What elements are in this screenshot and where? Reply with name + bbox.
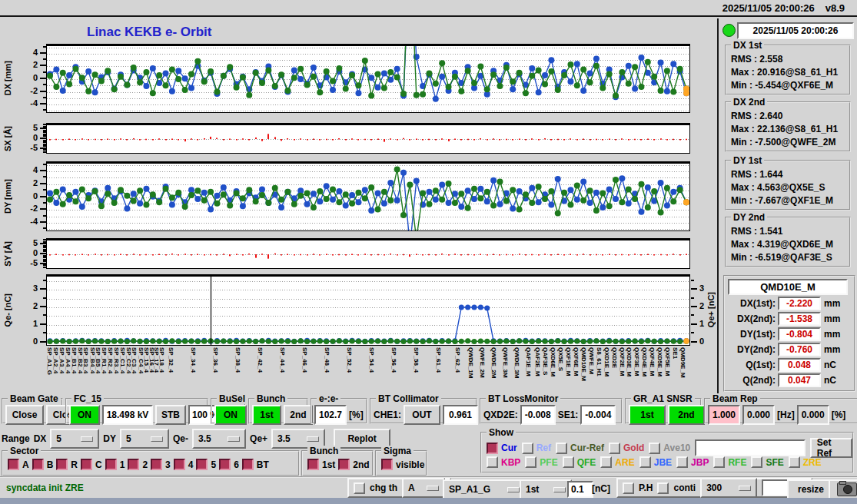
set-ref-button[interactable]: Set Ref: [810, 438, 852, 458]
sp-monitor-dropdown[interactable]: SP_A1_G: [443, 479, 526, 499]
chg-th-panel: chg th A: [347, 478, 451, 498]
busel-group: BuSel ON: [211, 398, 246, 424]
sx-axis-label: SX [Å]: [2, 123, 14, 154]
sy-sigma-plot: [46, 238, 690, 269]
screenshot-button[interactable]: [829, 479, 857, 499]
monitor-value: -2.220: [778, 297, 821, 310]
stat-rms: RMS : 2.558: [731, 54, 782, 65]
fc15-stb-button[interactable]: STB: [155, 405, 186, 425]
dy-axis-ticks: -4-2024: [18, 163, 46, 230]
acquisition-panel: P.H conti 300: [616, 478, 812, 498]
show-sfe-checkbox[interactable]: [751, 456, 762, 468]
qe-plus-axis-label: Qe+ [nC]: [705, 274, 717, 346]
show-jbp-checkbox[interactable]: [676, 456, 688, 468]
bunch-1st-button[interactable]: 1st: [252, 405, 281, 425]
range-qe-minus-dropdown[interactable]: 3.5: [192, 429, 246, 449]
show-kbp-checkbox[interactable]: [487, 456, 498, 468]
show-jbe-checkbox[interactable]: [639, 456, 651, 468]
stat-max: Max : 4.319@QXD6E_M: [731, 239, 833, 250]
count-dropdown[interactable]: 300: [700, 478, 757, 498]
conti-checkbox[interactable]: [657, 482, 669, 494]
camera-icon: [837, 482, 857, 496]
bunch-filter-group: Bunch 1st 2nd: [301, 450, 374, 476]
range-dx-dropdown[interactable]: 5: [50, 429, 99, 449]
fc15-on-button[interactable]: ON: [69, 405, 100, 425]
control-row-1: Beam Gate Close Close FC_15 ON 18.498 kV…: [2, 398, 857, 426]
che1-value: 0.961: [443, 405, 478, 425]
stat-max: Max : 20.916@S8_61_H1: [731, 67, 838, 78]
sector-checkbox-6[interactable]: [219, 459, 231, 470]
show-pfe-checkbox[interactable]: [525, 456, 536, 468]
ref-name-input[interactable]: [695, 439, 805, 456]
fc15-kv-value: 18.498 kV: [102, 405, 153, 425]
show-ref-checkbox[interactable]: [522, 443, 533, 454]
fc15-group: FC_15 ON 18.498 kV STB 100 %: [65, 398, 208, 424]
option-menu-indicator: [739, 486, 751, 491]
option-menu-indicator: [307, 436, 319, 442]
sy-axis-ticks: -505: [18, 240, 46, 267]
chg-th-checkbox[interactable]: [354, 482, 365, 494]
sector-checkbox-c[interactable]: [81, 459, 92, 470]
busel-on-button[interactable]: ON: [214, 405, 247, 425]
dy-axis-label: DY [mm]: [2, 161, 14, 231]
monitor-value: 0.047: [778, 373, 821, 387]
stat-min: Min : -7.500@QWFE_2M: [731, 137, 835, 148]
option-menu-indicator: [553, 487, 566, 492]
status-bar: syncdata init ZRE chg th A SP_A1_G 1st 0…: [0, 476, 857, 499]
chg-th-dropdown[interactable]: A: [402, 478, 445, 498]
snsr-1st-button[interactable]: 1st: [629, 405, 666, 425]
show-qfe-checkbox[interactable]: [563, 456, 574, 468]
show-cur-checkbox[interactable]: [487, 443, 498, 454]
stat-box-dx-2nd: DX 2nd RMS : 2.640 Max : 22.136@S8_61_H1…: [725, 101, 851, 152]
monitor-name: QMD10E_M: [728, 279, 848, 295]
ee-ratio-value: 102.7: [314, 405, 347, 425]
show-zre-checkbox[interactable]: [789, 456, 800, 468]
sector-checkbox-a[interactable]: [8, 459, 19, 470]
sector-checkbox-2[interactable]: [128, 459, 139, 470]
chart-region: Linac KEKB e- Orbit DX [mm] -4-2024 SX […: [0, 18, 717, 396]
che1-out-button[interactable]: OUT: [404, 405, 440, 425]
show-are-checkbox[interactable]: [600, 456, 612, 468]
sector-checkbox-b[interactable]: [32, 459, 44, 470]
sector-checkbox-4[interactable]: [174, 459, 185, 470]
sigma-visible-checkbox[interactable]: [381, 459, 393, 470]
beam-rep-value-2: 0.000: [742, 405, 775, 425]
show-cur-ref-checkbox[interactable]: [556, 443, 567, 454]
stat-min: Min : -5.454@QXF6E_M: [731, 80, 833, 91]
bunch-2nd-checkbox[interactable]: [338, 459, 350, 470]
sector-checkbox-5[interactable]: [196, 459, 208, 470]
show-gold-checkbox[interactable]: [609, 443, 620, 454]
range-dy-dropdown[interactable]: 5: [120, 429, 169, 449]
se1-value: -0.004: [580, 405, 616, 425]
bunch-1st-checkbox[interactable]: [307, 459, 319, 470]
stat-max: Max : 4.563@QX5E_S: [731, 182, 825, 193]
ee-ratio-group: e-:e- 102.7 [%]: [311, 398, 367, 424]
snsr-2nd-button[interactable]: 2nd: [668, 405, 705, 425]
resize-button[interactable]: resize: [787, 479, 835, 499]
beam-gate-close-1-button[interactable]: Close: [5, 405, 44, 425]
bunch-dropdown[interactable]: 1st: [520, 479, 572, 499]
sector-group: Sector ABRC123456BT: [2, 450, 300, 476]
sector-checkbox-r[interactable]: [56, 459, 68, 470]
sector-checkbox-1[interactable]: [105, 459, 117, 470]
beam-gate-group: Beam Gate Close Close: [2, 398, 63, 424]
option-menu-indicator: [427, 486, 439, 491]
option-menu-indicator: [228, 436, 240, 442]
beam-rep-value-1: 1.000: [708, 405, 740, 425]
ph-checkbox[interactable]: [623, 482, 634, 494]
threshold-input[interactable]: 0.1: [567, 481, 593, 498]
dx-orbit-plot: [46, 44, 690, 113]
status-led-icon: [722, 24, 736, 37]
show-ave10-checkbox[interactable]: [649, 443, 660, 454]
sector-checkbox-bt[interactable]: [242, 459, 254, 470]
bunch-2nd-button[interactable]: 2nd: [284, 405, 313, 425]
qe-charge-plot: [46, 274, 690, 346]
show-rfe-checkbox[interactable]: [713, 456, 725, 468]
dx-axis-ticks: -4-2024: [18, 45, 46, 111]
sector-checkbox-3[interactable]: [151, 459, 162, 470]
beam-rep-value-3: 0.000: [797, 405, 829, 425]
stat-max: Max : 22.136@S8_61_H1: [731, 124, 838, 134]
monitor-value: -0.760: [778, 343, 821, 356]
linac-orbit-window: 2025/11/05 20:00:26 v8.9 Linac KEKB e- O…: [0, 0, 857, 504]
stat-min: Min : -6.519@QAF3E_S: [731, 252, 832, 263]
